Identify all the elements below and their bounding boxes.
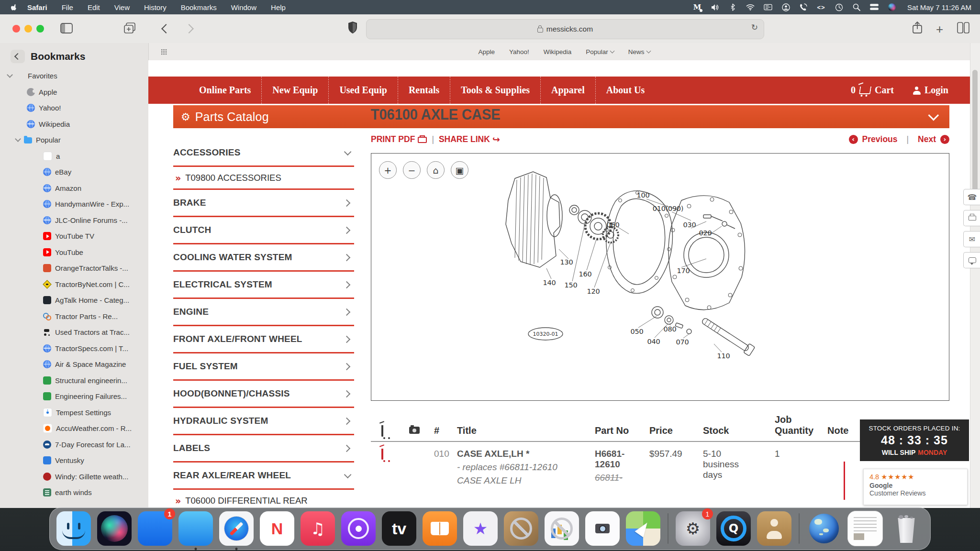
diagram-tool-button[interactable]: −	[403, 161, 421, 179]
close-window-button[interactable]	[12, 25, 20, 33]
dock-icon[interactable]: tv	[382, 511, 416, 546]
site-nav-link[interactable]: New Equip	[261, 77, 328, 104]
forward-button[interactable]	[186, 25, 192, 34]
dock-icon[interactable]	[668, 513, 668, 544]
site-nav-link[interactable]: Apparel	[540, 77, 595, 104]
sidebar-back-button[interactable]	[11, 50, 25, 63]
menu-item[interactable]: Safari	[27, 3, 47, 11]
bookmark-item[interactable]: Tempest Settings	[0, 405, 148, 421]
diagram-part-label[interactable]: 130	[560, 258, 573, 266]
dock-icon[interactable]	[219, 511, 254, 546]
favorites-bar-item[interactable]: Yahoo!	[509, 48, 529, 55]
dock-icon[interactable]	[423, 511, 457, 546]
bookmark-item[interactable]: Windy: Gillette weath...	[0, 469, 148, 485]
dock-icon[interactable]: ♫	[301, 511, 335, 546]
bookmark-item[interactable]: JLC-Online Forums -...	[0, 212, 148, 229]
bookmark-item[interactable]: TractorByNet.com | C...	[0, 276, 148, 293]
dock-icon[interactable]	[807, 511, 841, 546]
zoom-window-button[interactable]	[36, 25, 44, 33]
tab-overview-icon[interactable]	[957, 22, 969, 33]
wifi-icon[interactable]	[746, 3, 755, 11]
dock-icon[interactable]	[799, 513, 800, 544]
bookmark-item[interactable]: 7-Day Forecast for La...	[0, 437, 148, 453]
dock-icon[interactable]	[757, 511, 791, 546]
bookmark-item[interactable]: TractorSpecs.com | T...	[0, 341, 148, 357]
back-button[interactable]	[163, 25, 169, 34]
diagram-part-label[interactable]: 160	[579, 270, 592, 278]
catalog-category[interactable]: REAR AXLE/REAR WHEEL	[173, 463, 354, 490]
apple-menu-icon[interactable]	[11, 3, 18, 11]
user-account-icon[interactable]	[781, 3, 790, 11]
siri-icon[interactable]	[888, 3, 896, 11]
disclosure-chevron-icon[interactable]	[15, 136, 21, 142]
site-nav-link[interactable]: Rentals	[398, 77, 450, 104]
menu-bar-clock[interactable]: Sat May 7 11:26 AM	[907, 3, 971, 11]
diagram-tool-button[interactable]: ⌂	[427, 161, 445, 179]
catalog-category[interactable]: ELECTRICAL SYSTEM	[173, 272, 354, 299]
bookmark-item[interactable]: Amazon	[0, 180, 148, 197]
email-contact-icon[interactable]: ✉	[963, 231, 980, 247]
dock-icon[interactable]: Q	[716, 511, 751, 546]
diagram-part-label[interactable]: 050	[631, 328, 644, 335]
dock-icon[interactable]	[97, 511, 132, 546]
dock-icon[interactable]	[847, 511, 883, 546]
catalog-sub-item[interactable]: » T09800 ACCESSORIES	[173, 167, 354, 188]
bookmark-item[interactable]: AgTalk Home - Categ...	[0, 292, 148, 309]
diagram-part-label[interactable]: 030	[683, 221, 696, 229]
site-nav-link[interactable]: Used Equip	[328, 77, 398, 104]
catalog-category[interactable]: HYDRAULIC SYSTEM	[173, 408, 354, 435]
menu-item[interactable]: Bookmarks	[181, 3, 217, 11]
print-pdf-link[interactable]: PRINT PDF	[371, 134, 427, 144]
catalog-category[interactable]: BRAKE	[173, 190, 354, 217]
dock-icon[interactable]	[341, 511, 376, 546]
catalog-category[interactable]: HOOD(BONNET)/CHASSIS	[173, 381, 354, 408]
google-reviews-badge[interactable]: 4.8 ★★★★★ Google Customer Reviews	[863, 469, 968, 505]
bookmark-item[interactable]: Favorites	[0, 68, 148, 84]
bookmark-item[interactable]: eBay	[0, 164, 148, 180]
dock-icon[interactable]	[545, 511, 579, 546]
dock-icon[interactable]: 1	[138, 511, 172, 546]
catalog-category[interactable]: CLUTCH	[173, 217, 354, 244]
dock-icon[interactable]	[626, 511, 660, 546]
login-button[interactable]: Login	[913, 85, 948, 96]
bookmark-item[interactable]: Popular	[0, 132, 148, 148]
scrollbar-track[interactable]	[970, 43, 980, 508]
reload-icon[interactable]: ↻	[751, 22, 758, 32]
diagram-tool-button[interactable]: ▣	[451, 161, 468, 179]
catalog-category[interactable]: FRONT AXLE/FRONT WHEEL	[173, 326, 354, 353]
cart-button[interactable]: 0 Cart	[851, 85, 894, 96]
diagram-part-label[interactable]: 150	[565, 281, 578, 289]
catalog-category[interactable]: ENGINE	[173, 299, 354, 326]
bookmark-item[interactable]: Ventusky	[0, 452, 148, 469]
site-nav-link[interactable]: About Us	[595, 77, 656, 104]
part-title[interactable]: CASE AXLE,LH *	[457, 449, 595, 459]
sidebar-toggle-icon[interactable]	[60, 23, 73, 33]
address-bar[interactable]: messicks.com ↻	[366, 19, 764, 39]
site-nav-link[interactable]: Tools & Supplies	[450, 77, 540, 104]
bookmark-item[interactable]: Apple	[0, 84, 148, 100]
minimize-window-button[interactable]	[24, 25, 32, 33]
menu-item[interactable]: Window	[231, 3, 256, 11]
privacy-shield-icon[interactable]	[347, 21, 358, 34]
mcafee-icon[interactable]: M	[693, 3, 702, 11]
favorites-bar-item[interactable]: Popular	[586, 48, 614, 55]
dock-icon[interactable]: ⚙ 1	[676, 511, 710, 546]
dock-icon[interactable]	[178, 511, 213, 546]
diagram-part-label[interactable]: 010(090)	[653, 205, 683, 212]
new-tab-icon[interactable]: +	[936, 22, 943, 37]
favorites-bar-item[interactable]: Apple	[478, 48, 495, 55]
dock-icon[interactable]: N	[260, 511, 294, 546]
bookmark-item[interactable]: YouTube TV	[0, 228, 148, 244]
catalog-category[interactable]: COOLING WATER SYSTEM	[173, 244, 354, 272]
phone-status-icon[interactable]	[799, 3, 808, 11]
favorites-bar-item[interactable]: Wikipedia	[544, 48, 572, 55]
dock-icon[interactable]	[56, 511, 91, 546]
bookmark-item[interactable]: OrangeTractorTalks -...	[0, 260, 148, 276]
dock-icon[interactable]	[585, 511, 620, 546]
catalog-category[interactable]: FUEL SYSTEM	[173, 353, 354, 381]
previous-arrow-icon[interactable]: ‹	[849, 135, 858, 144]
diagram-part-label[interactable]: 120	[587, 287, 600, 295]
next-link[interactable]: Next	[918, 134, 936, 144]
menu-item[interactable]: View	[114, 3, 130, 11]
row-job-quantity[interactable]: 1	[775, 449, 827, 459]
